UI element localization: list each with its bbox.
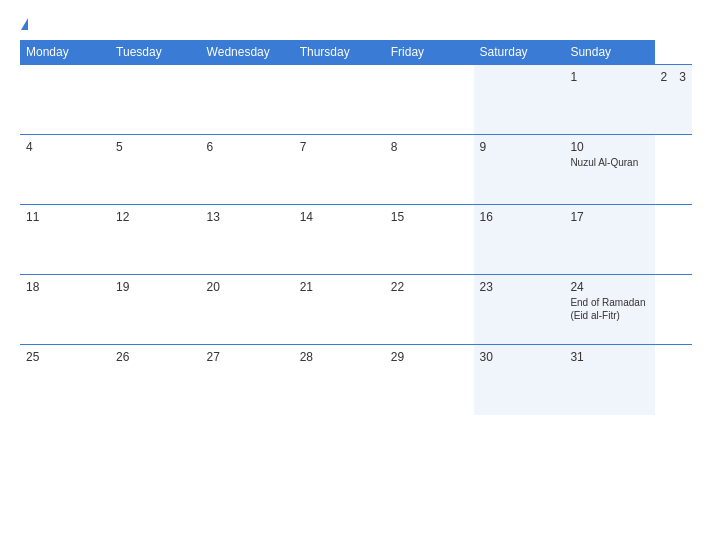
- day-event: Nuzul Al-Quran: [570, 156, 648, 169]
- day-number: 8: [391, 140, 468, 154]
- calendar-cell: 18: [20, 275, 110, 345]
- day-number: 16: [480, 210, 559, 224]
- calendar-cell: 23: [474, 275, 565, 345]
- day-number: 6: [207, 140, 288, 154]
- calendar-cell: [110, 65, 201, 135]
- day-event: End of Ramadan (Eid al-Fitr): [570, 296, 648, 322]
- calendar-page: MondayTuesdayWednesdayThursdayFridaySatu…: [0, 0, 712, 550]
- day-number: 25: [26, 350, 104, 364]
- weekday-header-wednesday: Wednesday: [201, 40, 294, 65]
- day-number: 14: [300, 210, 379, 224]
- calendar-cell: 14: [294, 205, 385, 275]
- day-number: 1: [570, 70, 648, 84]
- calendar-cell: 10Nuzul Al-Quran: [564, 135, 654, 205]
- calendar-cell: 13: [201, 205, 294, 275]
- day-number: 26: [116, 350, 195, 364]
- day-number: 4: [26, 140, 104, 154]
- weekday-header-row: MondayTuesdayWednesdayThursdayFridaySatu…: [20, 40, 692, 65]
- calendar-cell: 1: [564, 65, 654, 135]
- weekday-header-saturday: Saturday: [474, 40, 565, 65]
- day-number: 12: [116, 210, 195, 224]
- calendar-week-row: 45678910Nuzul Al-Quran: [20, 135, 692, 205]
- calendar-week-row: 25262728293031: [20, 345, 692, 415]
- calendar-cell: 7: [294, 135, 385, 205]
- calendar-cell: 28: [294, 345, 385, 415]
- calendar-cell: 4: [20, 135, 110, 205]
- calendar-cell: 26: [110, 345, 201, 415]
- calendar-cell: 29: [385, 345, 474, 415]
- day-number: 31: [570, 350, 648, 364]
- calendar-week-row: 123: [20, 65, 692, 135]
- day-number: 20: [207, 280, 288, 294]
- day-number: 10: [570, 140, 648, 154]
- weekday-header-thursday: Thursday: [294, 40, 385, 65]
- calendar-cell: 2: [655, 65, 674, 135]
- weekday-header-friday: Friday: [385, 40, 474, 65]
- day-number: 13: [207, 210, 288, 224]
- calendar-week-row: 11121314151617: [20, 205, 692, 275]
- calendar-cell: 5: [110, 135, 201, 205]
- calendar-cell: [385, 65, 474, 135]
- calendar-cell: 19: [110, 275, 201, 345]
- calendar-cell: [201, 65, 294, 135]
- day-number: 11: [26, 210, 104, 224]
- calendar-table: MondayTuesdayWednesdayThursdayFridaySatu…: [20, 40, 692, 415]
- calendar-cell: 20: [201, 275, 294, 345]
- calendar-cell: 22: [385, 275, 474, 345]
- weekday-header-tuesday: Tuesday: [110, 40, 201, 65]
- day-number: 18: [26, 280, 104, 294]
- calendar-cell: 24End of Ramadan (Eid al-Fitr): [564, 275, 654, 345]
- day-number: 30: [480, 350, 559, 364]
- calendar-cell: 15: [385, 205, 474, 275]
- day-number: 2: [661, 70, 668, 84]
- calendar-cell: [20, 65, 110, 135]
- day-number: 15: [391, 210, 468, 224]
- calendar-cell: [294, 65, 385, 135]
- calendar-cell: 31: [564, 345, 654, 415]
- calendar-cell: 21: [294, 275, 385, 345]
- calendar-cell: 6: [201, 135, 294, 205]
- logo: [20, 18, 28, 30]
- day-number: 29: [391, 350, 468, 364]
- calendar-cell: [474, 65, 565, 135]
- logo-triangle-icon: [21, 18, 28, 30]
- day-number: 19: [116, 280, 195, 294]
- calendar-week-row: 18192021222324End of Ramadan (Eid al-Fit…: [20, 275, 692, 345]
- weekday-header-sunday: Sunday: [564, 40, 654, 65]
- day-number: 7: [300, 140, 379, 154]
- day-number: 24: [570, 280, 648, 294]
- calendar-cell: 16: [474, 205, 565, 275]
- day-number: 22: [391, 280, 468, 294]
- calendar-cell: 30: [474, 345, 565, 415]
- day-number: 27: [207, 350, 288, 364]
- calendar-cell: 8: [385, 135, 474, 205]
- calendar-header: [20, 18, 692, 30]
- day-number: 3: [679, 70, 686, 84]
- calendar-cell: 17: [564, 205, 654, 275]
- calendar-cell: 27: [201, 345, 294, 415]
- calendar-cell: 25: [20, 345, 110, 415]
- day-number: 9: [480, 140, 559, 154]
- calendar-cell: 11: [20, 205, 110, 275]
- calendar-cell: 3: [673, 65, 692, 135]
- day-number: 17: [570, 210, 648, 224]
- weekday-header-monday: Monday: [20, 40, 110, 65]
- day-number: 23: [480, 280, 559, 294]
- calendar-cell: 12: [110, 205, 201, 275]
- day-number: 28: [300, 350, 379, 364]
- calendar-cell: 9: [474, 135, 565, 205]
- day-number: 5: [116, 140, 195, 154]
- day-number: 21: [300, 280, 379, 294]
